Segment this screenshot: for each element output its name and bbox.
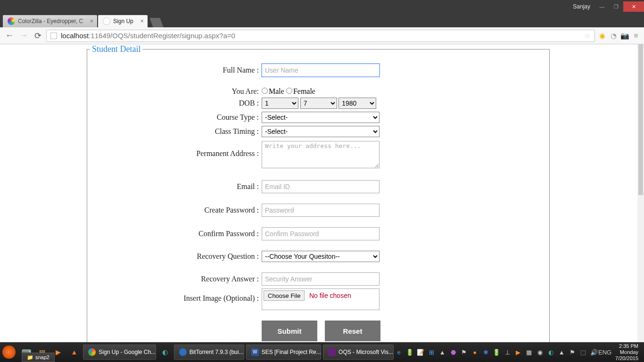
address-bar[interactable]: localhost:11649/OQS/studentRegister/sign…	[46, 30, 595, 42]
submit-button[interactable]: Submit	[262, 321, 317, 341]
dob-day-select[interactable]: 1	[262, 98, 298, 109]
page-icon	[103, 17, 110, 25]
tab-colorzilla[interactable]: ColorZilla - Eyedropper, C ×	[3, 15, 97, 27]
female-label: Female	[293, 87, 315, 95]
taskbar-task-chrome[interactable]: Sign Up - Google Ch...	[83, 345, 156, 360]
forward-button[interactable]: →	[18, 30, 29, 41]
tray-icon[interactable]: ▲	[557, 348, 566, 356]
email-input[interactable]	[262, 180, 380, 193]
clock-time: 2:35 PM	[615, 343, 638, 349]
tray-volume-icon[interactable]: 🔊	[590, 348, 598, 356]
tab-signup[interactable]: Sign Up ×	[98, 15, 148, 27]
recovery-question-label: Recovery Question :	[87, 252, 262, 261]
extension-icon[interactable]: ◉	[598, 32, 606, 40]
tray-icon[interactable]: ●	[471, 348, 479, 356]
tab-label: ColorZilla - Eyedropper, C	[18, 18, 83, 25]
password-label: Create Password :	[87, 206, 262, 214]
tray-icon[interactable]: e	[395, 348, 403, 356]
url-path: :11649/OQS/studentRegister/signup.aspx?a…	[89, 32, 235, 40]
fullname-input[interactable]	[262, 64, 380, 77]
browser-toolbar: ← → ⟳ localhost:11649/OQS/studentRegiste…	[0, 27, 644, 44]
dob-month-select[interactable]: 7	[300, 98, 337, 109]
bittorrent-icon	[179, 348, 187, 356]
tray-icon[interactable]: ▲	[438, 348, 446, 356]
taskbar-pin-vlc[interactable]: ▲	[68, 345, 81, 359]
taskbar-task-bittorrent[interactable]: BitTorrent 7.9.3 (bui...	[174, 345, 244, 360]
menu-button[interactable]: ≡	[632, 32, 640, 40]
tray-chrome-icon[interactable]: ◉	[536, 348, 544, 356]
chrome-icon	[88, 348, 96, 356]
close-icon[interactable]: ×	[140, 18, 144, 25]
folder-icon: 📁	[27, 354, 33, 361]
window-close-button[interactable]: ✕	[623, 1, 644, 12]
address-textarea[interactable]	[262, 141, 380, 168]
tray-icon[interactable]: ⊞	[427, 348, 436, 356]
male-radio[interactable]	[262, 88, 268, 94]
taskbar-clock[interactable]: 2:35 PM Monday 7/20/2015	[611, 343, 642, 362]
window-titlebar: Sanjay — ❐ ✕	[0, 0, 644, 13]
url-host: localhost	[61, 32, 89, 40]
password-input[interactable]	[262, 204, 380, 217]
tray-network-icon[interactable]: ⊥	[503, 348, 512, 356]
confirm-password-input[interactable]	[262, 227, 380, 240]
clock-date: 7/20/2015	[615, 355, 638, 362]
reload-button[interactable]: ⟳	[32, 30, 43, 41]
student-detail-fieldset: Student Detail Full Name : You Are: Male…	[87, 44, 550, 342]
dob-label: DOB :	[87, 99, 262, 107]
tray-icon[interactable]: ▶	[514, 348, 522, 356]
gender-label: You Are:	[87, 87, 262, 96]
back-button[interactable]: ←	[4, 30, 15, 41]
clock-day: Monday	[615, 349, 638, 355]
site-info-icon	[50, 33, 57, 39]
start-button[interactable]	[0, 342, 18, 362]
profile-name: Sanjay	[568, 3, 595, 10]
taskbar-pin-app[interactable]: ◐	[158, 345, 172, 359]
extension-icon[interactable]: 📷	[620, 32, 629, 40]
female-radio[interactable]	[286, 88, 292, 94]
dob-year-select[interactable]: 1980	[339, 98, 376, 109]
tray-icon[interactable]: 📝	[416, 348, 425, 356]
email-label: Email :	[87, 182, 262, 191]
tray-battery-icon[interactable]: 🔋	[492, 348, 501, 356]
bookmark-icon[interactable]: ☆	[584, 31, 591, 40]
tray-icon[interactable]: ⬣	[449, 348, 457, 356]
recovery-question-select[interactable]: --Choose Your Quesiton--	[262, 251, 380, 262]
window-max-button[interactable]: ❐	[609, 1, 623, 12]
recovery-answer-label: Recovery Answer :	[87, 275, 262, 283]
image-label: Insert Image (Optional) :	[87, 288, 262, 303]
confirm-label: Confirm Password :	[87, 230, 262, 238]
vertical-scrollbar[interactable]	[637, 44, 644, 342]
male-label: Male	[269, 87, 284, 95]
taskbar-task-word[interactable]: WSES [Final Project Re...	[246, 345, 321, 360]
close-icon[interactable]: ×	[90, 18, 93, 25]
visualstudio-icon	[328, 348, 336, 356]
page-viewport: Student Detail Full Name : You Are: Male…	[0, 44, 637, 342]
taskbar-task-vs[interactable]: OQS - Microsoft Vis...	[323, 345, 394, 360]
tray-lang[interactable]: ENG	[601, 348, 609, 356]
tray-icon[interactable]: ◐	[546, 348, 555, 356]
reset-button[interactable]: Reset	[325, 321, 380, 341]
tray-icon[interactable]: 🔋	[405, 348, 414, 356]
tray-icon[interactable]: ▦	[525, 348, 533, 356]
scrollbar-thumb[interactable]	[638, 44, 643, 195]
timing-label: Class Timing :	[87, 127, 262, 136]
course-select[interactable]: -Select-	[262, 112, 380, 123]
word-icon: W	[251, 348, 259, 356]
extension-icon[interactable]: ◔	[609, 32, 618, 40]
tray-icon[interactable]: ⚑	[460, 348, 468, 356]
recovery-answer-input[interactable]	[262, 272, 380, 286]
address-label: Permanent Address :	[87, 141, 262, 158]
tray-icon[interactable]: ⬚	[579, 348, 587, 356]
tray-icon[interactable]: ⚑	[568, 348, 577, 356]
start-orb-icon	[2, 346, 16, 359]
fieldset-legend: Student Detail	[90, 44, 142, 54]
tabstrip: ColorZilla - Eyedropper, C × Sign Up ×	[0, 13, 644, 27]
timing-select[interactable]: -Select-	[262, 126, 380, 137]
taskbar-task-snap[interactable]: 📁snap2	[22, 353, 55, 362]
choose-file-button[interactable]: Choose File	[264, 290, 305, 301]
fullname-label: Full Name :	[87, 66, 262, 74]
tray-icon[interactable]: ✱	[481, 348, 490, 356]
window-min-button[interactable]: —	[595, 1, 609, 12]
tab-label: Sign Up	[113, 18, 133, 25]
new-tab-button[interactable]	[149, 18, 163, 27]
